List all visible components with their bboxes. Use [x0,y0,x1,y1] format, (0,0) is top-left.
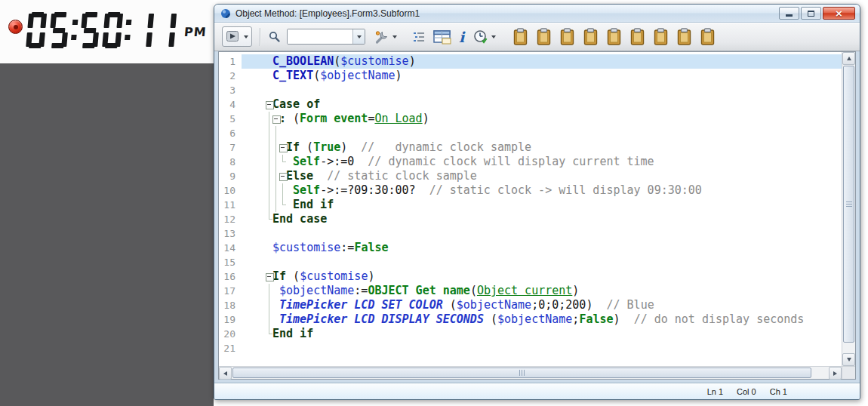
clipboard-4-button[interactable] [583,28,599,46]
code-line-body[interactable]: If ($customise) [242,269,842,284]
code-line-13[interactable]: 13 [219,226,842,241]
clipboard-9-button[interactable] [700,28,716,46]
clipboard-7-button[interactable] [653,28,669,46]
arrow-down-icon [847,358,851,361]
maximize-button[interactable] [801,7,821,20]
code-line-11[interactable]: 11End if [219,198,842,212]
code-token: ( [313,69,320,82]
code-line-body[interactable]: Self->:=0 // dynamic clock will display … [242,155,842,169]
search-input[interactable] [288,29,352,44]
scroll-up-button[interactable] [842,52,855,65]
code-line-body[interactable]: : (Form event=On Load) [242,112,842,126]
clipboard-2-button[interactable] [536,28,552,46]
code-line-body[interactable] [242,341,842,355]
code-line-14[interactable]: 14$customise:=False [219,241,842,255]
indent-space [272,298,279,312]
lcd-digit-5 [48,12,69,48]
minimize-button[interactable] [779,7,799,20]
close-button[interactable]: × [823,7,855,20]
fold-toggle-icon[interactable] [272,112,279,126]
code-line-9[interactable]: 9Else // static clock sample [219,169,842,183]
vertical-scroll-thumb[interactable] [843,66,854,343]
indent-space [259,298,266,312]
fold-toggle-icon[interactable] [279,140,286,155]
code-line-2[interactable]: 2C_TEXT($objectName) [219,69,842,83]
code-line-6[interactable]: 6 [219,126,842,140]
window-titlebar[interactable]: Object Method: [Employees].Form3.Subform… [214,5,860,23]
code-line-body[interactable]: $objectName:=OBJECT Get name(Object curr… [242,284,842,298]
code-line-body[interactable]: C_TEXT($objectName) [242,69,842,83]
vertical-scroll-track[interactable] [842,65,855,353]
code-line-18[interactable]: 18TimePicker LCD SET COLOR ($objectName;… [219,298,842,312]
fold-guide-line [266,140,272,155]
code-line-15[interactable]: 15 [219,255,842,269]
macros-button[interactable] [470,26,499,47]
code-token: C_BOOLEAN [272,54,334,68]
code-line-5[interactable]: 5: (Form event=On Load) [219,112,842,126]
code-token: $objectName [320,69,395,82]
clipboard-6-button[interactable] [629,28,645,46]
code-line-4[interactable]: 4Case of [219,97,842,112]
lcd-clock-widget: PM [0,0,214,63]
code-line-body[interactable]: C_BOOLEAN($customise) [242,54,842,69]
fold-toggle-icon[interactable] [279,169,286,183]
code-editor[interactable]: 1C_BOOLEAN($customise)2C_TEXT($objectNam… [219,52,842,366]
code-line-17[interactable]: 17$objectName:=OBJECT Get name(Object cu… [219,284,842,298]
horizontal-scroll-track[interactable] [232,367,829,379]
code-line-body[interactable]: Case of [242,97,842,112]
code-line-body[interactable]: End if [242,198,842,212]
code-line-body[interactable] [242,126,842,140]
clipboard-1-button[interactable] [512,28,528,46]
scroll-right-button[interactable] [829,367,842,380]
code-line-body[interactable]: TimePicker LCD DISPLAY SECONDS ($objectN… [242,312,842,327]
code-token: ) [614,312,634,326]
code-line-19[interactable]: 19TimePicker LCD DISPLAY SECONDS ($objec… [219,312,842,327]
horizontal-scrollbar[interactable] [219,367,842,379]
code-line-7[interactable]: 7If (True) // dynamic clock sample [219,140,842,155]
code-token: End case [272,212,327,226]
code-line-body[interactable]: Self->:=?09:30:00? // static clock -> wi… [242,183,842,198]
fold-toggle-icon[interactable] [266,97,272,112]
code-line-body[interactable] [242,255,842,269]
code-line-body[interactable] [242,226,842,241]
clipboard-3-button[interactable] [559,28,575,46]
info-button[interactable]: i [459,32,464,42]
code-line-20[interactable]: 20End if [219,327,842,341]
code-line-1[interactable]: 1C_BOOLEAN($customise) [219,54,842,69]
method-outline-button[interactable] [412,30,426,44]
form-background: PM [0,0,214,406]
search-combobox[interactable] [287,29,365,45]
scroll-down-button[interactable] [842,353,855,366]
indent-space [252,112,259,126]
scroll-left-button[interactable] [219,367,232,380]
code-line-body[interactable]: $customise:=False [242,241,842,255]
horizontal-scroll-thumb[interactable] [232,368,811,378]
code-line-21[interactable]: 21 [219,341,842,355]
code-line-body[interactable]: End if [242,327,842,341]
code-line-12[interactable]: 12End case [219,212,842,226]
arrow-right-icon [833,371,837,376]
code-token: ) [423,112,429,125]
code-line-body[interactable] [242,83,842,97]
code-line-8[interactable]: 8Self->:=0 // dynamic clock will display… [219,155,842,169]
vertical-scrollbar[interactable] [842,52,855,366]
code-token: $objectName [279,284,354,297]
code-line-body[interactable]: End case [242,212,842,226]
tools-button[interactable] [371,26,400,47]
window-icon[interactable] [220,8,231,19]
table-view-button[interactable] [433,29,451,45]
fold-toggle-icon[interactable] [266,269,272,284]
code-line-body[interactable]: TimePicker LCD SET COLOR ($objectName;0;… [242,298,842,312]
fold-guide-line [266,284,272,298]
code-line-body[interactable]: If (True) // dynamic clock sample [242,140,842,155]
code-token: ->:=?09:30:00? [320,183,429,197]
code-line-16[interactable]: 16If ($customise) [219,269,842,284]
code-line-body[interactable]: Else // static clock sample [242,169,842,183]
search-dropdown-button[interactable] [352,29,365,44]
clipboard-8-button[interactable] [676,28,692,46]
line-number: 9 [219,169,242,183]
run-method-button[interactable] [222,26,252,47]
code-line-10[interactable]: 10Self->:=?09:30:00? // static clock -> … [219,183,842,198]
clipboard-5-button[interactable] [606,28,622,46]
code-line-3[interactable]: 3 [219,83,842,97]
